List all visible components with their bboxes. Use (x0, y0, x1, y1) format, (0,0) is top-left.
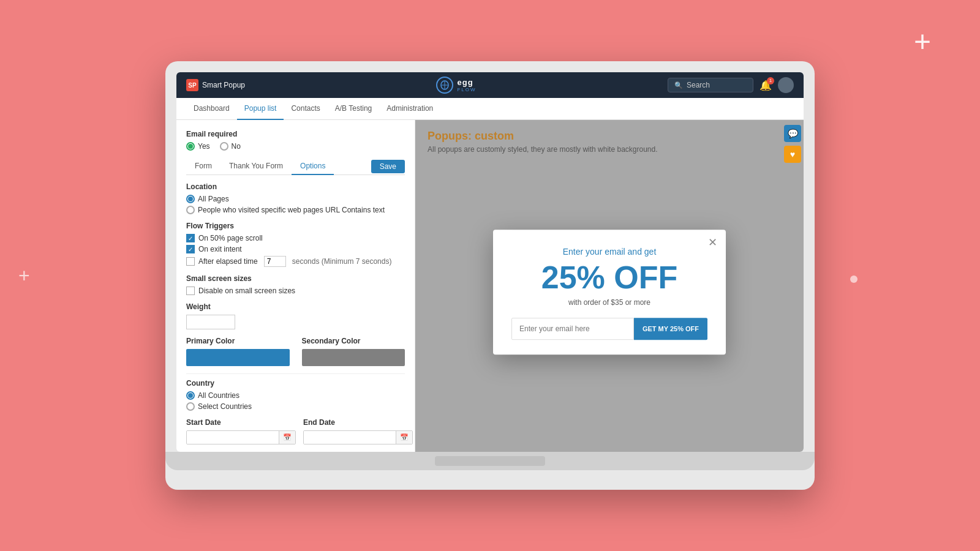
radio-yes-circle (186, 142, 195, 151)
save-button[interactable]: Save (371, 160, 405, 173)
eggflow-text: egg FLOW (457, 78, 476, 92)
radio-no[interactable]: No (220, 142, 241, 151)
radio-all-pages-circle (186, 195, 195, 203)
tab-thank-you-form[interactable]: Thank You Form (221, 158, 292, 175)
small-screen-section: Small screen sizes Disable on small scre… (186, 274, 405, 295)
disable-small-screen[interactable]: Disable on small screen sizes (186, 287, 405, 295)
preview-title: Popups: custom (428, 130, 791, 143)
flow-triggers-label: Flow Triggers (186, 222, 405, 230)
radio-all-pages[interactable]: All Pages (186, 195, 405, 203)
trigger-elapsed-time[interactable]: After elapsed time seconds (Minimum 7 se… (186, 256, 405, 267)
topbar-center: egg FLOW (245, 77, 668, 94)
main-content: Email required Yes No Form (176, 120, 804, 452)
start-date-label: Start Date (186, 418, 296, 427)
small-screen-label: Small screen sizes (186, 274, 405, 283)
color-section: Primary Color Secondary Color (186, 337, 405, 366)
trigger-50-scroll[interactable]: ✓ On 50% page scroll (186, 234, 405, 242)
checkbox-elapsed-time (186, 257, 195, 266)
popup-form: GET MY 25% OFF (511, 318, 707, 340)
divider (186, 373, 405, 374)
end-date-label: End Date (303, 418, 413, 427)
secondary-color-label: Secondary Color (302, 337, 405, 345)
end-date-input-wrap: 📅 (303, 430, 413, 444)
radio-select-countries-circle (186, 402, 195, 411)
app-logo-area: SP Smart Popup (186, 79, 245, 91)
popup-close-button[interactable]: ✕ (708, 236, 717, 249)
weight-section: Weight (186, 302, 405, 329)
popup-email-input[interactable] (511, 318, 634, 340)
end-date-input[interactable] (304, 431, 396, 444)
left-panel: Email required Yes No Form (176, 120, 415, 452)
form-tabs-row: Form Thank You Form Options Save (186, 158, 405, 175)
preview-subtitle: All popups are customly styled, they are… (428, 145, 791, 154)
start-date-input[interactable] (187, 431, 279, 444)
elapsed-time-input[interactable] (264, 256, 286, 267)
tab-contacts[interactable]: Contacts (284, 98, 327, 120)
popup-cta-button[interactable]: GET MY 25% OFF (634, 318, 707, 340)
primary-color-label: Primary Color (186, 337, 290, 345)
tab-form[interactable]: Form (186, 158, 221, 175)
tab-popup-list[interactable]: Popup list (237, 98, 284, 120)
notification-badge: 1 (767, 77, 774, 84)
secondary-color-swatch[interactable] (302, 349, 405, 366)
primary-color-field: Primary Color (186, 337, 290, 366)
checkbox-disable-small-screen (186, 287, 195, 295)
nav-tabs: Dashboard Popup list Contacts A/B Testin… (176, 98, 804, 120)
email-required-radio-group: Yes No (186, 142, 405, 151)
country-section: Country All Countries Select Countries (186, 379, 405, 411)
start-date-input-wrap: 📅 (186, 430, 296, 444)
preview-header: Popups: custom All popups are customly s… (415, 120, 804, 159)
search-box[interactable]: 🔍 Search (668, 78, 753, 92)
laptop-base (165, 452, 815, 470)
radio-all-countries-circle (186, 391, 195, 400)
seconds-label: seconds (Minimum 7 seconds) (292, 257, 392, 266)
eggflow-icon (436, 77, 453, 94)
radio-all-countries[interactable]: All Countries (186, 391, 405, 400)
search-icon: 🔍 (674, 81, 683, 89)
email-required-label: Email required (186, 130, 405, 138)
secondary-color-field: Secondary Color (302, 337, 405, 366)
sidebar-icons: 💬 ♥ (782, 120, 804, 452)
trigger-exit-intent[interactable]: ✓ On exit intent (186, 245, 405, 253)
popup-condition: with order of $35 or more (511, 298, 707, 307)
app-name: Smart Popup (202, 81, 245, 89)
email-required-section: Email required Yes No (186, 130, 405, 151)
search-label: Search (687, 81, 710, 89)
radio-specific-pages[interactable]: People who visited specific web pages UR… (186, 206, 405, 214)
weight-label: Weight (186, 302, 405, 311)
popup-modal: ✕ Enter your email and get 25% OFF with … (493, 230, 726, 354)
flow-triggers-section: Flow Triggers ✓ On 50% page scroll ✓ On … (186, 222, 405, 267)
user-avatar[interactable] (778, 77, 794, 93)
radio-yes[interactable]: Yes (186, 142, 210, 151)
tab-administration[interactable]: Administration (379, 98, 440, 120)
start-date-calendar-button[interactable]: 📅 (279, 431, 295, 444)
decorative-dot (850, 276, 858, 283)
chat-icon-button[interactable]: 💬 (784, 125, 801, 142)
topbar: SP Smart Popup egg FLOW (176, 72, 804, 98)
radio-specific-pages-circle (186, 206, 195, 214)
right-preview-panel: Popups: custom All popups are customly s… (415, 120, 804, 452)
heart-icon-button[interactable]: ♥ (784, 146, 801, 163)
popup-tagline: Enter your email and get (511, 247, 707, 257)
end-date-field: End Date 📅 (303, 418, 413, 444)
laptop-screen: SP Smart Popup egg FLOW (176, 72, 804, 452)
country-label: Country (186, 379, 405, 388)
tab-options[interactable]: Options (292, 158, 334, 175)
location-section: Location All Pages People who visited sp… (186, 182, 405, 214)
notification-bell[interactable]: 🔔 1 (760, 80, 772, 91)
popup-offer: 25% OFF (511, 261, 707, 293)
weight-input[interactable] (186, 315, 235, 329)
end-date-calendar-button[interactable]: 📅 (396, 431, 412, 444)
smart-popup-icon: SP (186, 79, 198, 91)
radio-no-circle (220, 142, 228, 151)
checkbox-exit-intent: ✓ (186, 245, 195, 253)
decorative-plus-left: + (18, 264, 30, 287)
location-label: Location (186, 182, 405, 191)
radio-select-countries[interactable]: Select Countries (186, 402, 405, 411)
date-section: Start Date 📅 End Date 📅 (186, 418, 405, 444)
topbar-right: 🔍 Search 🔔 1 (668, 77, 794, 93)
decorative-plus-top-right: + (914, 24, 931, 58)
tab-ab-testing[interactable]: A/B Testing (328, 98, 379, 120)
tab-dashboard[interactable]: Dashboard (186, 98, 237, 120)
primary-color-swatch[interactable] (186, 349, 290, 366)
